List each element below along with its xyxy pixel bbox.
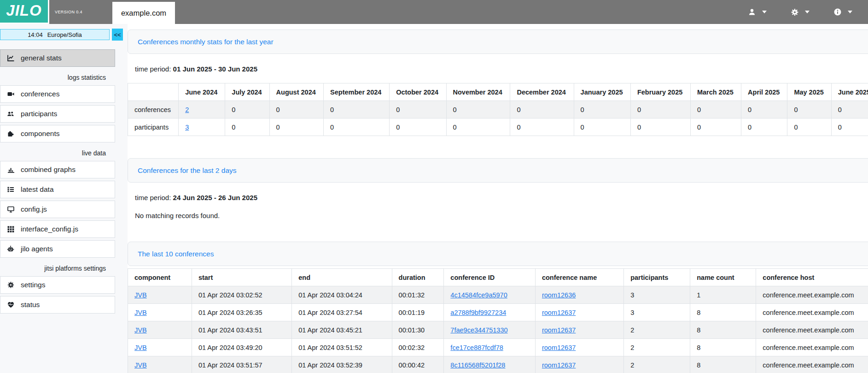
video-camera-icon	[6, 90, 15, 98]
sidebar-item-label: status	[21, 301, 40, 309]
table-cell: 00:00:42	[392, 356, 444, 373]
column-header: March 2025	[690, 83, 741, 101]
column-header: September 2024	[324, 83, 390, 101]
table-cell: JVB	[128, 304, 192, 321]
table-cell: JVB	[128, 286, 192, 304]
heart-pulse-icon	[6, 301, 15, 308]
table-cell: 3	[624, 304, 690, 321]
table-link[interactable]: JVB	[134, 291, 147, 299]
sidebar-item-general-stats[interactable]: general stats	[0, 49, 115, 67]
gear-icon	[6, 281, 15, 289]
table-cell: 0	[225, 118, 269, 136]
platform-tab-example-com[interactable]: example.com	[112, 2, 175, 24]
column-header: April 2025	[741, 83, 787, 101]
chevron-down-icon	[848, 11, 852, 13]
table-cell: 0	[446, 118, 510, 136]
puzzle-icon	[6, 130, 15, 137]
table-link[interactable]: room12637	[542, 344, 576, 351]
table-cell: 0	[225, 101, 269, 118]
table-link[interactable]: 3	[185, 124, 189, 131]
table-link[interactable]: 2	[185, 106, 189, 113]
table-cell: 0	[630, 118, 690, 136]
sidebar-item-settings[interactable]: settings	[0, 276, 115, 294]
table-header-row: June 2024July 2024August 2024September 2…	[128, 83, 868, 101]
table-cell: 00:01:32	[392, 286, 444, 304]
sidebar-item-interface-config-js[interactable]: interface_config.js	[0, 220, 115, 238]
app-logo[interactable]: JILO	[0, 0, 49, 24]
table-cell: 2	[624, 356, 690, 373]
card-monthly-stats: Conferences monthly stats for the last y…	[128, 30, 868, 54]
table-link[interactable]: room12637	[542, 326, 576, 334]
table-row: participants3000000000000	[128, 118, 868, 136]
gear-icon	[791, 8, 799, 16]
table-cell: 0	[269, 101, 324, 118]
time-period-value: 01 Jun 2025 - 30 Jun 2025	[173, 65, 257, 73]
table-link[interactable]: JVB	[134, 361, 147, 369]
table-cell: 0	[510, 118, 574, 136]
sidebar-item-participants[interactable]: participants	[0, 105, 115, 123]
table-cell: 0	[690, 118, 741, 136]
time-period-value: 24 Jun 2025 - 26 Jun 2025	[173, 194, 257, 201]
column-header: December 2024	[510, 83, 574, 101]
sidebar-item-jilo-agents[interactable]: jilo agents	[0, 240, 115, 258]
sidebar-item-label: settings	[21, 281, 45, 289]
table-link[interactable]: JVB	[134, 344, 147, 351]
sidebar-item-latest-data[interactable]: latest data	[0, 181, 115, 198]
sidebar-item-label: general stats	[21, 54, 62, 62]
table-cell: room12637	[535, 304, 623, 321]
last2days-time-period: time period: 24 Jun 2025 - 26 Jun 2025	[135, 194, 868, 201]
sidebar-item-label: jilo agents	[21, 245, 53, 253]
table-cell: conferences	[128, 101, 179, 118]
table-link[interactable]: 7fae9ce344751330	[450, 326, 507, 334]
sidebar-item-label: latest data	[21, 185, 54, 194]
table-cell: fce17ce887fcdf78	[444, 339, 536, 356]
table-link[interactable]: fce17ce887fcdf78	[450, 344, 503, 351]
card-title-last-10-conferences: The last 10 conferences	[138, 250, 214, 258]
table-cell: 2	[624, 321, 690, 339]
table-cell: 01 Apr 2024 03:51:52	[292, 339, 392, 356]
sidebar-collapse-button[interactable]: <<	[112, 29, 123, 41]
card-last-2-days: Conferences for the last 2 days	[128, 158, 868, 183]
no-records-message: No matching records found.	[135, 212, 868, 219]
table-link[interactable]: 8c116568f5201f28	[450, 361, 505, 369]
sidebar-item-status[interactable]: status	[0, 296, 115, 314]
table-cell: 8	[690, 339, 756, 356]
table-link[interactable]: 4c14584fce9a5970	[450, 291, 507, 299]
column-header: October 2024	[390, 83, 446, 101]
sidebar-section-logs-statistics: logs statistics	[0, 69, 115, 85]
info-menu[interactable]	[829, 8, 857, 16]
table-row: JVB01 Apr 2024 03:49:2001 Apr 2024 03:51…	[128, 339, 868, 356]
table-link[interactable]: JVB	[134, 326, 147, 334]
main-content: Conferences monthly stats for the last y…	[128, 24, 868, 373]
sidebar-section-live-data: live data	[0, 145, 115, 161]
table-cell: a2788f9bf9927234	[444, 304, 536, 321]
table-link[interactable]: JVB	[134, 309, 147, 316]
app-logo-text: JILO	[6, 2, 41, 21]
table-link[interactable]: a2788f9bf9927234	[450, 309, 506, 316]
sidebar-item-label: conferences	[21, 90, 59, 98]
table-link[interactable]: room12637	[542, 309, 576, 316]
table-cell: 0	[741, 118, 787, 136]
column-header: conference name	[535, 269, 623, 286]
monthly-time-period: time period: 01 Jun 2025 - 30 Jun 2025	[135, 65, 868, 73]
table-cell: 01 Apr 2024 03:26:35	[192, 304, 291, 321]
card-title-monthly-stats: Conferences monthly stats for the last y…	[138, 38, 274, 46]
user-menu[interactable]	[743, 8, 771, 16]
column-header	[128, 83, 179, 101]
table-cell: 2	[624, 339, 690, 356]
table-link[interactable]: room12637	[542, 361, 576, 369]
table-link[interactable]: room12636	[542, 291, 576, 299]
sidebar-item-components[interactable]: components	[0, 125, 115, 142]
settings-menu[interactable]	[786, 8, 814, 16]
column-header: August 2024	[269, 83, 324, 101]
table-cell: 00:01:30	[392, 321, 444, 339]
sidebar: 14:04 Europe/Sofia << general stats logs…	[0, 24, 128, 373]
sidebar-item-config-js[interactable]: config.js	[0, 201, 115, 218]
table-cell: 2	[179, 101, 225, 118]
sidebar-item-combined-graphs[interactable]: combined graphs	[0, 161, 115, 178]
column-header: participants	[624, 269, 690, 286]
sidebar-item-conferences[interactable]: conferences	[0, 85, 115, 103]
column-header: duration	[392, 269, 444, 286]
table-cell: 0	[787, 101, 831, 118]
column-header: component	[128, 269, 192, 286]
